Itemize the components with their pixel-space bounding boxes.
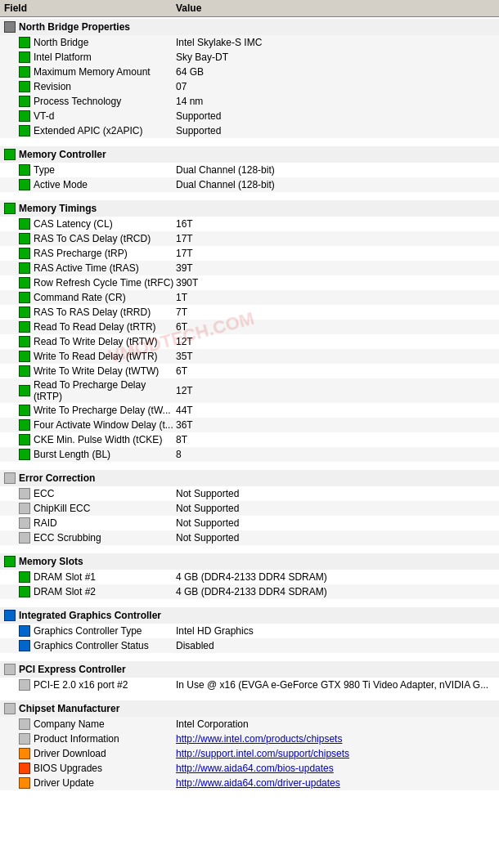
section-header-memory-timings: Memory Timings xyxy=(0,200,499,217)
field-cell: VT-d xyxy=(4,110,176,122)
dram-icon xyxy=(19,571,30,583)
value-cell: Dual Channel (128-bit) xyxy=(176,164,495,176)
field-label: Write To Precharge Delay (tW... xyxy=(34,405,171,416)
igp-icon xyxy=(4,610,16,621)
field-label: Write To Read Delay (tWTR) xyxy=(34,351,158,362)
value-cell: Sky Bay-DT xyxy=(176,51,495,63)
section-header-memory-slots: Memory Slots xyxy=(0,553,499,570)
table-row: RAS To RAS Delay (tRRD)7T xyxy=(0,305,499,320)
field-label: ECC xyxy=(34,488,54,499)
field-cell: Read To Read Delay (tRTR) xyxy=(4,321,176,333)
value-link[interactable]: http://support.intel.com/support/chipset… xyxy=(176,748,349,759)
value-cell: 8T xyxy=(176,434,495,445)
field-label: Driver Update xyxy=(34,777,94,789)
ec-icon xyxy=(19,488,30,499)
field-cell: RAS Precharge (tRP) xyxy=(4,248,176,259)
table-row: Read To Write Delay (tRTW)12T xyxy=(0,334,499,349)
igp-icon xyxy=(19,640,30,651)
table-row: Product Informationhttp://www.intel.com/… xyxy=(0,732,499,746)
value-cell: 4 GB (DDR4-2133 DDR4 SDRAM) xyxy=(176,586,495,597)
chip-icon xyxy=(19,96,30,107)
empty-row xyxy=(0,138,499,145)
value-cell: Intel HD Graphics xyxy=(176,625,495,637)
table-row: CAS Latency (CL)16T xyxy=(0,217,499,231)
section-label: Integrated Graphics Controller xyxy=(19,610,161,621)
section-header-chipset-manufacturer: Chipset Manufacturer xyxy=(0,700,499,717)
field-label: Process Technology xyxy=(34,96,121,107)
table-row: Driver Downloadhttp://support.intel.com/… xyxy=(0,746,499,761)
field-cell: North Bridge xyxy=(4,37,176,48)
field-cell: DRAM Slot #1 xyxy=(4,571,176,583)
mem-icon xyxy=(19,321,30,333)
field-cell: Revision xyxy=(4,81,176,92)
section-label: Error Correction xyxy=(19,472,95,484)
chip-icon xyxy=(19,125,30,136)
section-label: Memory Slots xyxy=(19,556,83,567)
field-cell: Company Name xyxy=(4,718,176,730)
table-row: Revision07 xyxy=(0,79,499,94)
field-label: Active Mode xyxy=(34,179,88,190)
mem-icon xyxy=(19,248,30,259)
field-cell: ChipKill ECC xyxy=(4,503,176,514)
mem-icon xyxy=(19,277,30,289)
field-cell: Graphics Controller Status xyxy=(4,640,176,651)
field-cell: Process Technology xyxy=(4,96,176,107)
table-row: RAS To CAS Delay (tRCD)17T xyxy=(0,231,499,246)
value-cell: 6T xyxy=(176,365,495,377)
field-cell: RAS To RAS Delay (tRRD) xyxy=(4,306,176,318)
mem-icon xyxy=(4,149,16,160)
field-label: Row Refresh Cycle Time (tRFC) xyxy=(34,277,173,289)
value-cell: Dual Channel (128-bit) xyxy=(176,179,495,190)
mem-icon xyxy=(19,351,30,362)
mem-icon xyxy=(19,405,30,416)
field-label: Driver Download xyxy=(34,748,106,759)
value-cell: Supported xyxy=(176,110,495,122)
field-label: Type xyxy=(34,164,55,176)
empty-row xyxy=(0,192,499,199)
value-link[interactable]: http://www.aida64.com/driver-updates xyxy=(176,777,340,789)
field-cell: Extended APIC (x2APIC) xyxy=(4,125,176,136)
value-cell: Not Supported xyxy=(176,532,495,544)
section-header-error-correction: Error Correction xyxy=(0,470,499,486)
mfr-icon xyxy=(19,718,30,730)
value-cell: 44T xyxy=(176,405,495,416)
value-cell: Disabled xyxy=(176,640,495,651)
value-cell: 12T xyxy=(176,385,495,396)
field-label: ChipKill ECC xyxy=(34,503,90,514)
table-row: Four Activate Window Delay (t...36T xyxy=(0,418,499,432)
table-row: CKE Min. Pulse Width (tCKE)8T xyxy=(0,432,499,447)
field-label: RAS Active Time (tRAS) xyxy=(34,262,139,274)
value-link[interactable]: http://www.intel.com/products/chipsets xyxy=(176,733,342,745)
table-row: Burst Length (BL)8 xyxy=(0,447,499,462)
field-label: RAS Precharge (tRP) xyxy=(34,248,128,259)
value-cell: 36T xyxy=(176,419,495,431)
value-cell: http://www.intel.com/products/chipsets xyxy=(176,733,495,745)
table-row: Graphics Controller TypeIntel HD Graphic… xyxy=(0,624,499,638)
value-cell: 64 GB xyxy=(176,66,495,78)
value-cell: 39T xyxy=(176,262,495,274)
field-cell: BIOS Upgrades xyxy=(4,763,176,774)
value-cell: 390T xyxy=(176,277,495,289)
field-label: Command Rate (CR) xyxy=(34,292,126,303)
field-label: CAS Latency (CL) xyxy=(34,218,113,230)
field-label: Product Information xyxy=(34,733,119,745)
section-label: Memory Controller xyxy=(19,149,106,160)
field-cell: Maximum Memory Amount xyxy=(4,66,176,78)
igp-icon xyxy=(19,625,30,637)
field-label: BIOS Upgrades xyxy=(34,763,102,774)
field-label: RAS To RAS Delay (tRRD) xyxy=(34,306,151,318)
table-row: Driver Updatehttp://www.aida64.com/drive… xyxy=(0,776,499,790)
table-row: Intel PlatformSky Bay-DT xyxy=(0,50,499,65)
table-row: ECC ScrubbingNot Supported xyxy=(0,530,499,545)
section-header-north-bridge-properties: North Bridge Properties xyxy=(0,19,499,35)
value-link[interactable]: http://www.aida64.com/bios-updates xyxy=(176,763,334,774)
field-label: Read To Precharge Delay (tRTP) xyxy=(34,379,176,402)
field-label: Read To Write Delay (tRTW) xyxy=(34,336,157,347)
nb-icon xyxy=(4,21,16,33)
chip-icon xyxy=(19,51,30,63)
field-cell: CKE Min. Pulse Width (tCKE) xyxy=(4,434,176,445)
value-cell: Supported xyxy=(176,125,495,136)
value-cell: 14 nm xyxy=(176,96,495,107)
field-label: DRAM Slot #1 xyxy=(34,571,96,583)
value-cell: 7T xyxy=(176,306,495,318)
